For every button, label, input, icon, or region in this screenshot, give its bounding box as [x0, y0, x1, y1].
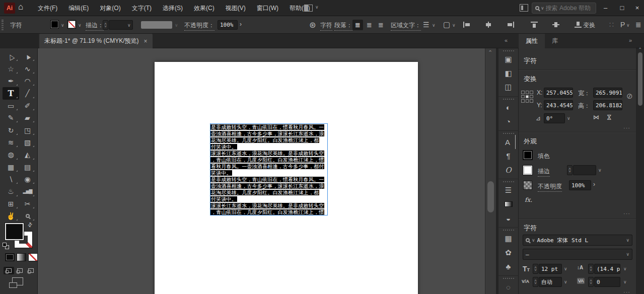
- leading-stepper[interactable]: ˄˅: [588, 264, 594, 274]
- rotation-chevron-icon[interactable]: ∨: [567, 116, 570, 121]
- area-type-options-icon[interactable]: ☰: [423, 21, 430, 29]
- properties-scroll-up-icon[interactable]: ⌃: [638, 47, 642, 52]
- arrange-documents-icon[interactable]: [520, 4, 528, 12]
- smooth-panel-icon[interactable]: ◌: [502, 280, 516, 294]
- appearance-more-options[interactable]: ···: [623, 210, 630, 216]
- tracking-chevron-icon[interactable]: ∨: [623, 280, 627, 284]
- blend-tool[interactable]: ◉: [19, 173, 36, 185]
- selected-text-frame[interactable]: 是非成败转头空，青山依旧在，惯看秋月春风。一 壶浊酒喜相逢，古今多少事，滚滚长江…: [210, 123, 328, 215]
- font-style-field[interactable]: – ∨: [523, 249, 632, 260]
- app-icon[interactable]: Ai: [4, 3, 15, 14]
- eraser-tool[interactable]: ▰: [19, 112, 36, 124]
- area-type-label[interactable]: 区域文字：: [391, 21, 421, 31]
- appearance-stroke-swatch[interactable]: [523, 165, 533, 175]
- paragraph-panel-icon[interactable]: ¶: [502, 149, 516, 163]
- stroke-panel-icon[interactable]: ☰: [502, 183, 516, 197]
- paragraph-link[interactable]: 段落：: [334, 21, 352, 31]
- eyedropper-tool[interactable]: ∖: [3, 173, 19, 185]
- maximize-button[interactable]: □: [614, 0, 630, 15]
- canvas[interactable]: 是非成败转头空，青山依旧在，惯看秋月春风。一 壶浊酒喜相逢，古今多少事，滚滚长江…: [38, 48, 496, 294]
- none-button[interactable]: [28, 253, 38, 261]
- rotation-field[interactable]: 0°: [544, 113, 565, 123]
- tab-libraries[interactable]: 库: [545, 34, 565, 48]
- draw-normal-mode[interactable]: [4, 267, 14, 274]
- artboard-tool[interactable]: ⊞: [3, 198, 19, 210]
- change-screen-mode-icon[interactable]: [12, 277, 23, 285]
- flip-vertical-icon[interactable]: ⋈: [606, 114, 613, 120]
- paintbrush-tool[interactable]: ✐: [19, 100, 36, 112]
- gradient-tool[interactable]: ▤: [19, 161, 36, 173]
- leading-chevron-icon[interactable]: ∨: [623, 267, 627, 271]
- type-tool[interactable]: T: [3, 87, 19, 99]
- width-tool[interactable]: ≋: [3, 136, 19, 149]
- properties-scrollbar[interactable]: ⌃: [636, 48, 644, 294]
- document-setup-icon[interactable]: ▢: [443, 20, 450, 29]
- color-panel-icon[interactable]: ◐: [502, 101, 516, 115]
- recolor-artwork-icon[interactable]: ⊛: [309, 20, 316, 30]
- dock-group-grip[interactable]: [503, 230, 514, 231]
- menu-effect[interactable]: 效果(C): [188, 4, 220, 13]
- constrain-proportions-icon[interactable]: ⊘: [625, 91, 634, 101]
- minimize-button[interactable]: –: [597, 0, 614, 15]
- perspective-grid-tool[interactable]: ◭: [19, 149, 36, 161]
- appearance-opacity-field[interactable]: 100%: [569, 180, 591, 190]
- appearance-stroke-label[interactable]: 描边: [538, 167, 550, 177]
- tab-close-icon[interactable]: ×: [144, 38, 148, 45]
- column-graph-tool[interactable]: ▂▅▇: [19, 185, 36, 197]
- pen-tool[interactable]: ✒: [3, 75, 19, 87]
- workspace-chevron-icon[interactable]: ∨: [315, 5, 319, 10]
- stroke-weight-stepper[interactable]: ˄˅: [103, 20, 108, 30]
- character-more-options[interactable]: ···: [623, 289, 630, 294]
- appearance-fill-swatch[interactable]: [523, 150, 533, 160]
- scale-tool[interactable]: ◳: [19, 124, 36, 136]
- control-bar-grip[interactable]: [2, 20, 4, 30]
- document-tab[interactable]: 未标题-1* @ 71.19 % (CMYK/预览) ×: [39, 34, 153, 48]
- gradient-panel-icon[interactable]: [502, 197, 516, 211]
- direct-selection-tool[interactable]: ▲: [19, 50, 36, 62]
- menu-window[interactable]: 窗口(W): [251, 4, 284, 13]
- leading-field[interactable]: (14.4 p: [594, 264, 620, 274]
- rotate-tool[interactable]: ↻: [3, 124, 19, 136]
- align-center-button[interactable]: ≣: [364, 20, 375, 30]
- scrollbar-thumb[interactable]: [487, 181, 494, 212]
- dock-group-grip[interactable]: [503, 50, 514, 51]
- dock-expand-icon[interactable]: »: [629, 37, 631, 43]
- horizontal-align-center-icon[interactable]: [485, 22, 492, 28]
- selection-tool[interactable]: △: [3, 50, 19, 62]
- width-field[interactable]: 265.9091: [593, 88, 622, 98]
- tracking-stepper[interactable]: ˄˅: [588, 277, 594, 287]
- menu-file[interactable]: 文件(F): [32, 4, 63, 13]
- help-search[interactable]: ∨: [532, 3, 596, 14]
- stroke-color-swatch[interactable]: [67, 20, 76, 29]
- shape-builder-tool[interactable]: ◍: [3, 149, 19, 161]
- kerning-chevron-icon[interactable]: ∨: [564, 280, 567, 284]
- rectangle-tool[interactable]: ▭: [3, 100, 19, 112]
- align-right-button[interactable]: ≣: [376, 20, 386, 30]
- area-type-chevron-icon[interactable]: ∨: [432, 23, 436, 28]
- font-size-field[interactable]: 12 pt: [539, 264, 562, 274]
- appearance-stroke-chevron-icon[interactable]: ∨: [598, 168, 602, 173]
- fx-button[interactable]: fx.: [525, 196, 532, 203]
- y-field[interactable]: 243.4545: [544, 100, 573, 110]
- fill-indicator[interactable]: [5, 223, 24, 240]
- kerning-field[interactable]: 自动: [539, 277, 562, 287]
- appearance-opacity-arrow-icon[interactable]: ›: [593, 181, 595, 188]
- vertical-align-top-icon[interactable]: [531, 22, 538, 28]
- zoom-tool[interactable]: [19, 210, 36, 222]
- properties-scrollbar-thumb[interactable]: [638, 52, 642, 106]
- flip-horizontal-icon[interactable]: ⋈: [593, 114, 599, 121]
- dock-group-grip[interactable]: [503, 133, 514, 134]
- graphic-styles-panel-icon[interactable]: ▦: [502, 232, 516, 246]
- horizontal-align-left-icon[interactable]: [463, 22, 470, 28]
- brushes-panel-icon[interactable]: ✿: [502, 246, 516, 260]
- variable-width-profile[interactable]: [141, 21, 172, 29]
- symbols-panel-icon[interactable]: ♣: [502, 260, 516, 274]
- opacity-label[interactable]: 不透明度：: [184, 21, 214, 31]
- gradient-button[interactable]: [17, 253, 26, 261]
- transparency-panel-icon[interactable]: ◒: [502, 211, 516, 226]
- home-icon[interactable]: ⌂: [18, 2, 23, 12]
- symbol-sprayer-tool[interactable]: ♨: [3, 185, 19, 197]
- color-guide-panel-icon[interactable]: ◔: [502, 115, 516, 129]
- document-setup-chevron-icon[interactable]: ∨: [452, 23, 456, 28]
- control-menu-icon[interactable]: ≣: [635, 21, 641, 29]
